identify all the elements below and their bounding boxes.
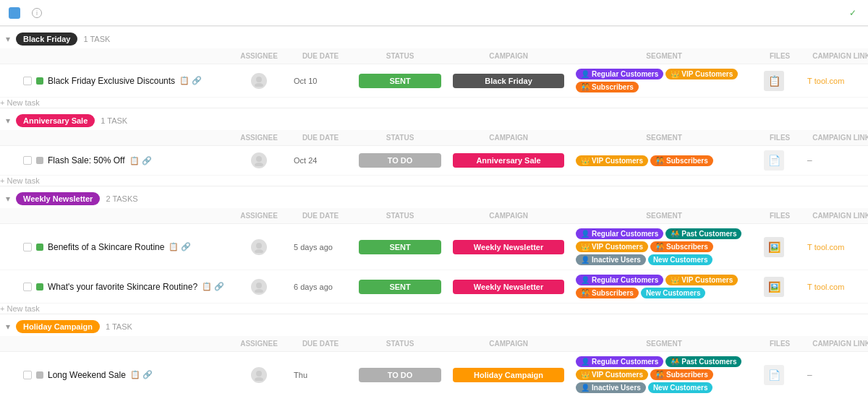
col-link-header: CAMPAIGN LINK (801, 130, 868, 146)
group-header-row: ▾ Holiday Campaign 1 TASK (0, 314, 868, 337)
status-badge[interactable]: SENT (359, 74, 441, 88)
task-checkbox[interactable] (23, 371, 32, 379)
col-campaign-header: CAMPAIGN (447, 130, 570, 146)
assignee-avatar[interactable] (251, 73, 267, 89)
svg-point-1 (256, 77, 262, 82)
assignee-avatar[interactable] (251, 367, 267, 383)
col-campaign-header: CAMPAIGN (447, 208, 570, 224)
campaign-cell[interactable]: Holiday Campaign (447, 352, 570, 397)
new-task-row: + New task (0, 176, 868, 186)
group-col-header-row: ASSIGNEE DUE DATE STATUS CAMPAIGN SEGMEN… (0, 208, 868, 224)
col-link-header: CAMPAIGN LINK (801, 336, 868, 352)
campaign-cell[interactable]: Weekly Newsletter (447, 224, 570, 270)
due-date-cell: Oct 24 (288, 146, 353, 176)
campaign-badge[interactable]: Anniversary Sale (453, 153, 564, 168)
status-cell[interactable]: TO DO (353, 146, 447, 176)
link-icon[interactable]: 🔗 (142, 370, 153, 379)
svg-rect-0 (11, 9, 18, 17)
due-date: Thu (294, 371, 307, 379)
campaign-cell[interactable]: Weekly Newsletter (447, 270, 570, 304)
group-label: Weekly Newsletter (16, 192, 100, 205)
status-cell[interactable]: TO DO (353, 352, 447, 397)
doc-icon[interactable]: 📋 (130, 370, 140, 379)
campaign-badge[interactable]: Weekly Newsletter (453, 280, 564, 294)
group-toggle[interactable]: ▾ (6, 194, 10, 204)
task-row: What's your favorite Skincare Routine? 📋… (0, 270, 868, 304)
svg-point-10 (255, 377, 263, 381)
task-checkbox[interactable] (23, 283, 32, 291)
campaign-badge[interactable]: Black Friday (453, 74, 564, 88)
new-task-link[interactable]: + New task (0, 176, 40, 185)
file-thumb[interactable]: 📋 (764, 71, 784, 91)
new-task-button[interactable] (48, 12, 56, 14)
group-toggle[interactable]: ▾ (6, 322, 10, 332)
link-icon[interactable]: 🔗 (192, 76, 202, 85)
hide-closed-button[interactable]: ✓ (849, 8, 859, 18)
checkmark-icon: ✓ (849, 8, 856, 18)
campaign-cell[interactable]: Black Friday (447, 64, 570, 98)
task-checkbox[interactable] (23, 77, 32, 85)
campaign-badge[interactable]: Weekly Newsletter (453, 240, 564, 254)
new-task-link[interactable]: + New task (0, 98, 40, 107)
status-cell[interactable]: SENT (353, 270, 447, 304)
col-task-header (0, 48, 230, 64)
task-color-dot (36, 283, 43, 290)
task-checkbox[interactable] (23, 243, 32, 251)
status-badge[interactable]: SENT (359, 240, 441, 254)
campaign-link[interactable]: Ttool.com (807, 283, 868, 291)
campaign-badge[interactable]: Holiday Campaign (453, 368, 564, 382)
col-segment-header: SEGMENT (570, 130, 758, 146)
status-badge[interactable]: SENT (359, 280, 441, 294)
status-cell[interactable]: SENT (353, 64, 447, 98)
campaign-cell[interactable]: Anniversary Sale (447, 146, 570, 176)
svg-point-4 (255, 163, 263, 166)
segment-cell: 👤Regular Customers🧑‍🤝‍🧑Past Customers👑VI… (570, 352, 758, 397)
assignee-avatar[interactable] (251, 239, 267, 255)
file-thumb[interactable]: 🖼️ (764, 277, 784, 297)
campaign-link[interactable]: Ttool.com (807, 243, 868, 251)
segment-cell: 👤Regular Customers🧑‍🤝‍🧑Past Customers👑VI… (570, 224, 758, 270)
svg-point-6 (255, 249, 263, 253)
files-cell: 🖼️ (758, 270, 801, 304)
new-task-link[interactable]: + New task (0, 304, 40, 313)
doc-icon[interactable]: 📋 (129, 156, 140, 165)
doc-icon[interactable]: 📋 (179, 76, 190, 85)
col-assignee-header: ASSIGNEE (230, 208, 288, 224)
group-toggle[interactable]: ▾ (6, 116, 10, 126)
assignee-cell (230, 352, 288, 397)
file-thumb[interactable]: 🖼️ (764, 237, 784, 257)
due-date: Oct 10 (294, 77, 317, 85)
status-badge[interactable]: TO DO (359, 368, 441, 382)
col-campaign-header: CAMPAIGN (447, 48, 570, 64)
info-icon[interactable]: i (32, 8, 42, 18)
link-icon[interactable]: 🔗 (214, 282, 224, 291)
task-checkbox[interactable] (23, 156, 32, 165)
task-cell: Black Friday Exclusive Discounts 📋 🔗 (0, 64, 230, 98)
segment-cell: 👑VIP Customers🧑‍🤝‍🧑Subscribers (570, 146, 758, 176)
col-duedate-header: DUE DATE (288, 208, 353, 224)
due-date-cell: 6 days ago (288, 270, 353, 304)
task-icons: 📋 🔗 (179, 76, 202, 85)
col-link-header: CAMPAIGN LINK (801, 48, 868, 64)
files-cell: 📄 (758, 146, 801, 176)
col-assignee-header: ASSIGNEE (230, 336, 288, 352)
segment-cell: 👤Regular Customers👑VIP Customers🧑‍🤝‍🧑Sub… (570, 270, 758, 304)
assignee-avatar[interactable] (251, 279, 267, 295)
files-cell: 📄 (758, 352, 801, 397)
group-toggle[interactable]: ▾ (6, 34, 10, 44)
due-date: 5 days ago (294, 243, 333, 251)
doc-icon[interactable]: 📋 (202, 282, 212, 291)
doc-icon[interactable]: 📋 (169, 242, 179, 251)
col-files-header: FILES (758, 208, 801, 224)
status-badge[interactable]: TO DO (359, 153, 441, 168)
link-icon[interactable]: 🔗 (181, 242, 191, 251)
status-cell[interactable]: SENT (353, 224, 447, 270)
campaign-link[interactable]: Ttool.com (807, 77, 868, 85)
col-task-header (0, 208, 230, 224)
col-duedate-header: DUE DATE (288, 130, 353, 146)
assignee-avatar[interactable] (251, 152, 267, 168)
link-icon[interactable]: 🔗 (142, 156, 152, 165)
col-segment-header: SEGMENT (570, 336, 758, 352)
due-date: 6 days ago (294, 283, 333, 291)
group-header-row: ▾ Anniversary Sale 1 TASK (0, 108, 868, 131)
